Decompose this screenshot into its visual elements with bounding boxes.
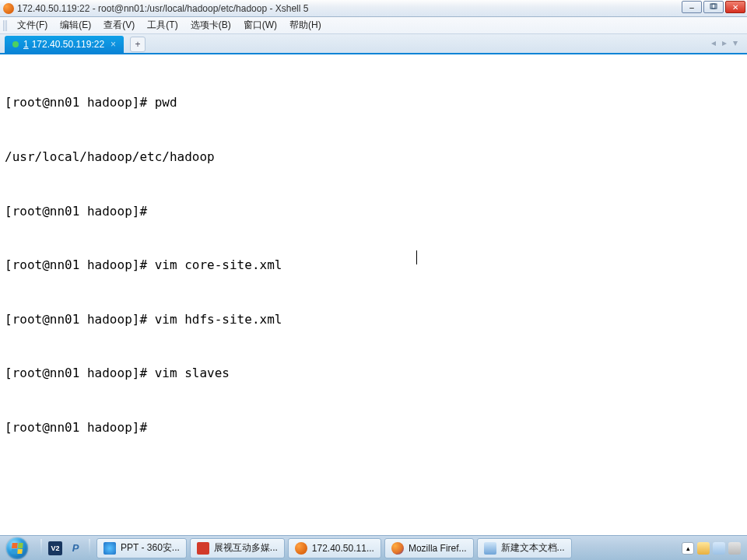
taskbar-separator-icon	[40, 539, 42, 558]
minimize-icon: –	[689, 3, 694, 12]
terminal-line: [root@nn01 hadoop]# vim core-site.xml	[5, 256, 742, 274]
menu-window[interactable]: 窗口(W)	[237, 17, 283, 33]
task-label: 展视互动多媒...	[214, 541, 278, 555]
menu-view[interactable]: 查看(V)	[97, 17, 141, 33]
quick-launch-vnc[interactable]: V2	[45, 538, 65, 558]
window-title: 172.40.50.119:22 - root@nn01:/usr/local/…	[17, 3, 308, 14]
menu-file[interactable]: 文件(F)	[11, 17, 54, 33]
vnc-icon: V2	[48, 541, 62, 555]
notepad-icon	[484, 542, 496, 555]
taskbar-item-media[interactable]: 展视互动多媒...	[190, 538, 285, 558]
menu-tools[interactable]: 工具(T)	[141, 17, 184, 33]
xshell-icon	[295, 542, 307, 555]
text-cursor-icon	[416, 250, 417, 264]
terminal-line: [root@nn01 hadoop]#	[5, 418, 742, 436]
tray-sound-icon[interactable]	[728, 542, 741, 555]
task-label: 新建文本文档...	[501, 541, 565, 555]
taskbar-item-notepad[interactable]: 新建文本文档...	[477, 538, 572, 558]
window-titlebar: 172.40.50.119:22 - root@nn01:/usr/local/…	[0, 0, 747, 17]
ie-icon	[103, 542, 116, 555]
taskbar-separator-icon	[89, 539, 90, 558]
menu-help[interactable]: 帮助(H)	[283, 17, 328, 33]
menu-tabs[interactable]: 选项卡(B)	[184, 17, 237, 33]
session-tab-bar: 1 172.40.50.119:22 × + ◂ ▸ ▾	[0, 34, 747, 54]
windows-taskbar: V2 P PPT - 360安... 展视互动多媒... 172.40.50.1…	[0, 535, 747, 560]
terminal-line: /usr/local/hadoop/etc/hadoop	[5, 148, 742, 166]
menu-bar: 文件(F) 编辑(E) 查看(V) 工具(T) 选项卡(B) 窗口(W) 帮助(…	[0, 17, 747, 34]
taskbar-item-xshell[interactable]: 172.40.50.11...	[288, 538, 381, 558]
terminal-viewport[interactable]: [root@nn01 hadoop]# pwd /usr/local/hadoo…	[0, 54, 747, 535]
terminal-line: [root@nn01 hadoop]# vim slaves	[5, 364, 742, 382]
quick-launch: V2 P	[37, 538, 93, 558]
taskbar-item-ppt[interactable]: PPT - 360安...	[96, 538, 187, 558]
start-button[interactable]	[0, 536, 34, 561]
tab-session-1[interactable]: 1 172.40.50.119:22 ×	[5, 36, 124, 53]
svg-rect-0	[710, 4, 715, 9]
system-tray: ▴	[682, 536, 744, 560]
rec-icon	[197, 542, 209, 555]
connected-indicator-icon	[12, 41, 19, 47]
terminal-line: [root@nn01 hadoop]# vim hdfs-site.xml	[5, 310, 742, 328]
p-icon: P	[68, 541, 82, 555]
terminal-line: [root@nn01 hadoop]# pwd	[5, 93, 742, 111]
maximize-icon	[710, 3, 717, 11]
menubar-grip-icon	[3, 20, 8, 31]
windows-orb-icon	[6, 537, 28, 559]
tray-input-icon[interactable]	[697, 542, 710, 555]
close-icon: ✕	[732, 3, 738, 12]
tab-menu-icon[interactable]: ▾	[733, 37, 741, 48]
windows-flag-icon	[11, 543, 23, 554]
tray-network-icon[interactable]	[713, 542, 725, 555]
task-label: 172.40.50.11...	[312, 543, 374, 554]
tray-arrow-icon[interactable]: ▴	[682, 542, 694, 555]
task-label: PPT - 360安...	[121, 541, 180, 555]
tab-prev-icon[interactable]: ◂	[711, 37, 719, 48]
tab-next-icon[interactable]: ▸	[722, 37, 730, 48]
plus-icon: +	[135, 39, 141, 50]
maximize-button[interactable]	[703, 1, 724, 13]
svg-rect-1	[712, 4, 717, 9]
task-label: Mozilla Firef...	[409, 543, 467, 554]
tab-index: 1	[23, 39, 29, 50]
close-button[interactable]: ✕	[725, 1, 745, 13]
window-controls: – ✕	[682, 1, 745, 13]
taskbar-item-firefox[interactable]: Mozilla Firef...	[384, 538, 474, 558]
firefox-icon	[391, 542, 404, 555]
tab-label: 172.40.50.119:22	[32, 39, 104, 50]
new-tab-button[interactable]: +	[130, 37, 146, 52]
app-icon	[3, 3, 14, 14]
tab-close-icon[interactable]: ×	[110, 39, 116, 50]
menu-edit[interactable]: 编辑(E)	[54, 17, 97, 33]
quick-launch-p[interactable]: P	[65, 538, 86, 558]
minimize-button[interactable]: –	[682, 1, 702, 13]
tab-nav: ◂ ▸ ▾	[711, 37, 741, 48]
terminal-line: [root@nn01 hadoop]#	[5, 202, 742, 220]
